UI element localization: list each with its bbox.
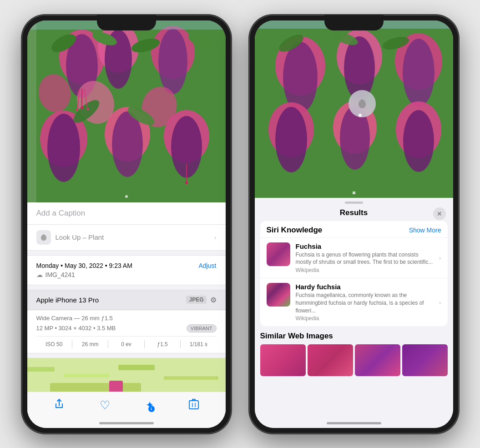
results-panel: Results ✕ Siri Knowledge Show More — [255, 198, 453, 428]
exif-focal: 26 mm — [72, 340, 108, 348]
similar-img-4[interactable] — [402, 344, 448, 376]
lookup-chevron: › — [214, 234, 217, 241]
map-svg — [27, 358, 226, 394]
camera-section: Apple iPhone 13 Pro JPEG ⚙ Wide Camera —… — [27, 290, 226, 353]
heart-button[interactable]: ♡ — [100, 398, 110, 413]
svg-point-29 — [185, 181, 188, 184]
hardy-content: Hardy fuchsia Fuchsia magellanica, commo… — [296, 283, 434, 322]
left-phone-screen: Add a Caption Look Up – Plant — [27, 20, 226, 428]
svg-point-55 — [403, 110, 434, 172]
vibrant-badge: VIBRANT — [187, 324, 217, 332]
right-photo-area — [255, 20, 453, 198]
svg-point-26 — [76, 109, 78, 111]
leaf-icon — [40, 233, 48, 242]
lookup-icon — [36, 230, 51, 245]
hardy-chevron: › — [439, 299, 441, 306]
similar-images-row — [260, 344, 448, 376]
fuchsia-desc: Fuchsia is a genus of flowering plants t… — [296, 251, 434, 267]
svg-rect-33 — [27, 367, 55, 372]
fuchsia-thumbnail — [267, 242, 290, 266]
svg-point-45 — [283, 42, 318, 113]
camera-specs-text: 12 MP • 3024 × 4032 • 3.5 MB — [36, 325, 116, 332]
svg-rect-35 — [118, 365, 155, 370]
svg-rect-30 — [27, 20, 226, 30]
caption-row[interactable]: Add a Caption — [27, 202, 226, 225]
page-indicator — [125, 195, 128, 198]
svg-point-51 — [275, 107, 307, 172]
info-button[interactable]: ✦ i — [146, 399, 154, 411]
show-more-button[interactable]: Show More — [409, 227, 441, 234]
siri-knowledge-title: Siri Knowledge — [267, 226, 323, 235]
results-title: Results — [340, 208, 368, 217]
lookup-label: Look Up – Plant — [56, 233, 104, 241]
siri-leaf-icon — [356, 97, 369, 110]
svg-rect-38 — [109, 381, 123, 392]
camera-name: Apple iPhone 13 Pro — [36, 296, 99, 304]
close-button[interactable]: ✕ — [433, 207, 446, 220]
date-text: Monday • May 30, 2022 • 9:23 AM — [36, 262, 132, 269]
fuchsia-title: Fuchsia — [296, 242, 434, 250]
left-phone-frame: Add a Caption Look Up – Plant — [22, 15, 231, 433]
svg-rect-34 — [64, 374, 109, 378]
trash-icon — [189, 398, 199, 409]
similar-title: Similar Web Images — [260, 332, 448, 341]
svg-point-25 — [81, 106, 83, 109]
right-home-indicator — [327, 422, 381, 424]
hardy-title: Hardy fuchsia — [296, 283, 434, 291]
gear-icon: ⚙ — [210, 296, 217, 304]
svg-rect-36 — [164, 376, 218, 380]
date-section: Monday • May 30, 2022 • 9:23 AM Adjust ☁… — [27, 255, 226, 285]
result-item-hardy[interactable]: Hardy fuchsia Fuchsia magellanica, commo… — [260, 278, 448, 326]
exif-ev: 0 ev — [108, 340, 144, 348]
share-button[interactable] — [54, 398, 65, 412]
siri-dot — [359, 114, 362, 117]
exif-shutter: 1/181 s — [181, 340, 216, 348]
svg-rect-31 — [27, 20, 36, 202]
result-item-fuchsia[interactable]: Fuchsia Fuchsia is a genus of flowering … — [260, 237, 448, 278]
siri-knowledge-section: Siri Knowledge Show More Fuchsia Fuchsia… — [260, 221, 448, 327]
trash-button[interactable] — [189, 398, 199, 412]
section-header: Siri Knowledge Show More — [260, 221, 448, 237]
right-phone-screen: Results ✕ Siri Knowledge Show More — [255, 20, 453, 428]
adjust-button[interactable]: Adjust — [199, 262, 217, 269]
hardy-desc: Fuchsia magellanica, commonly known as t… — [296, 292, 434, 314]
photo-area — [27, 20, 226, 202]
svg-point-27 — [86, 108, 89, 110]
svg-rect-37 — [50, 383, 141, 392]
exif-iso: ISO 50 — [36, 340, 72, 348]
right-phone-frame: Results ✕ Siri Knowledge Show More — [249, 15, 459, 433]
similar-img-1[interactable] — [260, 344, 306, 376]
lookup-row[interactable]: Look Up – Plant › — [27, 225, 226, 251]
fuchsia-chevron: › — [439, 254, 441, 262]
svg-point-6 — [158, 29, 187, 94]
camera-wide: Wide Camera — 26 mm ƒ1.5 — [36, 315, 217, 322]
caption-placeholder: Add a Caption — [36, 209, 86, 217]
home-indicator — [99, 422, 154, 424]
similar-section: Similar Web Images — [255, 332, 453, 376]
svg-point-49 — [403, 39, 435, 107]
svg-point-14 — [112, 111, 143, 177]
jpeg-badge: JPEG — [186, 296, 206, 304]
svg-point-12 — [47, 114, 80, 182]
fuchsia-source: Wikipedia — [296, 267, 434, 273]
info-badge: i — [148, 406, 155, 412]
similar-img-2[interactable] — [308, 344, 353, 376]
results-header: Results ✕ — [255, 204, 453, 221]
share-icon — [54, 398, 65, 409]
svg-rect-39 — [189, 401, 198, 409]
svg-rect-59 — [255, 20, 453, 29]
cloud-icon: ☁ — [36, 271, 43, 278]
similar-img-3[interactable] — [355, 344, 400, 376]
exif-aperture: ƒ1.5 — [145, 340, 181, 348]
filename-text: IMG_4241 — [45, 271, 75, 278]
hardy-source: Wikipedia — [296, 315, 434, 322]
exif-row: ISO 50 26 mm 0 ev ƒ1.5 1/181 s — [36, 336, 217, 348]
fuchsia-content: Fuchsia Fuchsia is a genus of flowering … — [296, 242, 434, 274]
siri-badge — [349, 90, 376, 117]
hardy-thumbnail — [267, 283, 290, 307]
map-area — [27, 358, 226, 394]
flower-image — [27, 20, 226, 202]
